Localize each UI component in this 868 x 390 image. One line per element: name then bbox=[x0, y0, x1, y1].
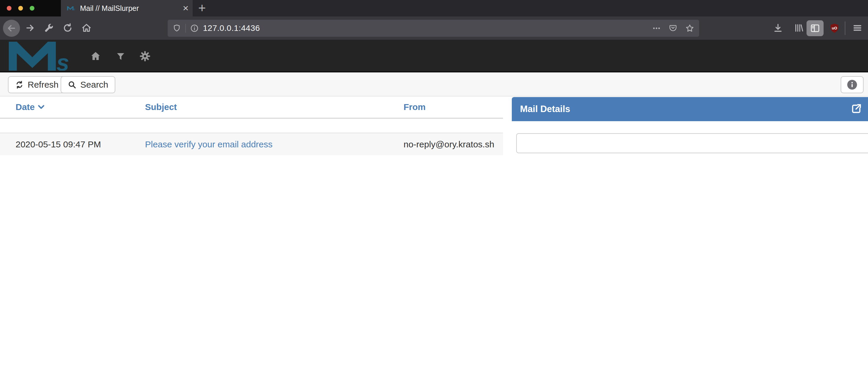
forward-icon bbox=[25, 23, 35, 33]
filter-icon bbox=[116, 52, 126, 61]
library-button[interactable] bbox=[794, 23, 804, 33]
reload-button[interactable] bbox=[62, 23, 73, 33]
home-icon bbox=[81, 23, 92, 33]
ublock-origin-button[interactable]: uO bbox=[829, 23, 840, 34]
browser-nav-toolbar: 127.0.0.1:4436 bbox=[0, 17, 868, 40]
open-in-new-window-button[interactable] bbox=[850, 103, 862, 115]
ublock-glyph: uO bbox=[832, 26, 837, 30]
back-button[interactable] bbox=[3, 20, 20, 37]
nav-home-button[interactable] bbox=[90, 51, 101, 62]
mail-list-header-row: Date Subject From bbox=[0, 97, 503, 119]
mail-list-table: Date Subject From 2020-05-15 09:47 PM Pl… bbox=[0, 97, 503, 155]
mail-details-title: Mail Details bbox=[520, 104, 570, 114]
sidebar-toggle-button[interactable] bbox=[807, 20, 824, 36]
nav-filter-button[interactable] bbox=[116, 52, 126, 61]
mail-subject-link[interactable]: Please verify your email address bbox=[145, 140, 273, 149]
empty-row bbox=[0, 119, 503, 133]
nav-home-icon bbox=[90, 51, 101, 62]
urlbar-divider bbox=[185, 24, 186, 33]
window-minimize-button[interactable] bbox=[18, 6, 23, 10]
wrench-button[interactable] bbox=[43, 23, 54, 33]
refresh-button[interactable]: Refresh bbox=[8, 76, 66, 93]
mail-details-content-box bbox=[516, 133, 868, 153]
info-button[interactable] bbox=[841, 76, 864, 93]
wrench-icon bbox=[43, 23, 54, 33]
pocket-save-icon[interactable] bbox=[669, 24, 677, 33]
mail-row[interactable]: 2020-05-15 09:47 PM Please verify your e… bbox=[0, 133, 503, 155]
refresh-button-label: Refresh bbox=[28, 80, 59, 90]
library-icon bbox=[794, 23, 804, 33]
column-header-subject[interactable]: Subject bbox=[145, 102, 177, 112]
date-header-label: Date bbox=[16, 102, 35, 112]
search-button[interactable]: Search bbox=[61, 76, 115, 93]
tab-close-icon[interactable]: × bbox=[183, 3, 189, 13]
mailslurper-favicon: s bbox=[67, 5, 76, 11]
external-link-icon bbox=[850, 103, 862, 115]
app-button-toolbar: Refresh Search bbox=[0, 72, 868, 96]
mail-from-cell: no-reply@ory.kratos.sh bbox=[404, 140, 494, 149]
info-icon bbox=[846, 79, 858, 90]
refresh-icon bbox=[15, 80, 24, 89]
menu-button[interactable] bbox=[852, 23, 863, 33]
column-header-from[interactable]: From bbox=[404, 102, 426, 112]
forward-button[interactable] bbox=[25, 23, 35, 33]
new-tab-icon[interactable]: + bbox=[198, 1, 206, 14]
from-header-label: From bbox=[404, 102, 426, 112]
mail-date-cell: 2020-05-15 09:47 PM bbox=[16, 140, 101, 149]
mail-details-header: Mail Details bbox=[512, 97, 868, 121]
mailslurper-logo: s bbox=[7, 41, 75, 70]
subject-header-label: Subject bbox=[145, 102, 177, 112]
app-navbar: s bbox=[0, 40, 868, 72]
window-close-button[interactable] bbox=[7, 6, 11, 10]
sidebar-icon bbox=[810, 23, 820, 33]
logo-s-glyph: s bbox=[57, 50, 69, 70]
tab-title: Mail // MailSlurper bbox=[80, 4, 139, 13]
tracking-protection-shield-icon[interactable] bbox=[173, 24, 181, 33]
nav-settings-button[interactable] bbox=[140, 51, 151, 62]
mail-details-panel: Mail Details bbox=[512, 97, 868, 215]
sort-desc-chevron-icon bbox=[38, 104, 45, 110]
column-header-date[interactable]: Date bbox=[16, 102, 45, 112]
hamburger-icon bbox=[852, 23, 863, 33]
reload-icon bbox=[62, 23, 73, 33]
window-zoom-button[interactable] bbox=[30, 6, 34, 10]
bookmark-star-icon[interactable] bbox=[685, 24, 694, 33]
toolbar-divider bbox=[845, 22, 845, 35]
search-button-label: Search bbox=[80, 80, 108, 90]
home-button[interactable] bbox=[81, 23, 92, 33]
url-bar[interactable]: 127.0.0.1:4436 bbox=[168, 20, 699, 37]
site-info-icon[interactable] bbox=[190, 24, 199, 33]
back-icon bbox=[6, 23, 17, 33]
gear-icon bbox=[140, 51, 151, 62]
downloads-button[interactable] bbox=[773, 23, 783, 33]
ublock-shield-icon: uO bbox=[829, 23, 840, 34]
macos-titlebar bbox=[0, 0, 61, 17]
page-actions-icon[interactable] bbox=[652, 24, 661, 33]
search-icon bbox=[68, 80, 76, 89]
download-icon bbox=[773, 23, 783, 33]
url-text: 127.0.0.1:4436 bbox=[203, 24, 260, 33]
favicon-s-glyph: s bbox=[73, 7, 75, 11]
browser-tab[interactable]: s Mail // MailSlurper × bbox=[61, 0, 193, 17]
browser-tab-bar: s Mail // MailSlurper × + bbox=[0, 0, 868, 17]
